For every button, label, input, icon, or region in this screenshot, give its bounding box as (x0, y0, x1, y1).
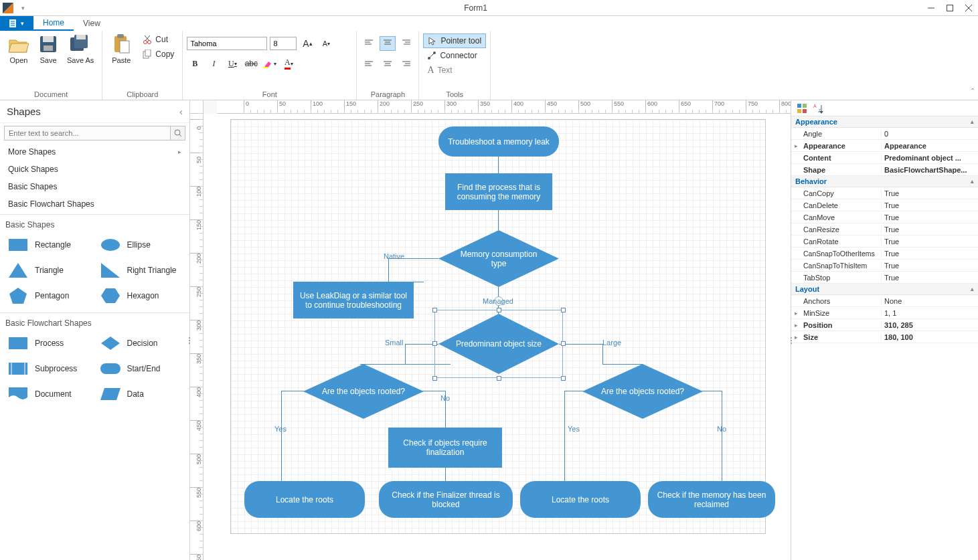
category-behavior[interactable]: Behavior▴ (791, 176, 978, 187)
prop-canmove-value[interactable]: True (881, 213, 978, 221)
pointer-tool-button[interactable]: Pointer tool (423, 33, 486, 48)
expand-icon[interactable]: ▸ (791, 322, 801, 329)
prop-size-value[interactable]: 180, 100 (881, 333, 978, 341)
maximize-button[interactable] (941, 0, 959, 16)
node-decision-rooted-left[interactable]: Are the objects rooted? (303, 364, 424, 419)
category-basic-shapes[interactable]: Basic Shapes (0, 178, 189, 195)
align-center-icon[interactable] (380, 56, 396, 71)
connector-tool-button[interactable]: Connector (423, 48, 486, 63)
align-left-icon[interactable] (361, 56, 377, 71)
svg-point-47 (175, 130, 180, 135)
cut-button[interactable]: Cut (139, 32, 178, 47)
expand-icon[interactable]: ▸ (791, 310, 801, 316)
shrink-font-icon[interactable]: A▾ (318, 36, 334, 51)
align-top-center-icon[interactable] (380, 36, 396, 51)
text-tool-button[interactable]: A Text (423, 63, 486, 78)
file-menu-button[interactable]: ▾ (0, 16, 33, 31)
prop-position-value[interactable]: 310, 285 (881, 321, 978, 329)
bold-icon[interactable]: B (187, 56, 203, 71)
group-label-paragraph: Paragraph (361, 89, 414, 100)
prop-angle-value[interactable]: 0 (881, 130, 978, 138)
prop-candelete-value[interactable]: True (881, 201, 978, 209)
category-quick-shapes[interactable]: Quick Shapes (0, 161, 189, 178)
qat-dropdown-icon[interactable]: ▾ (16, 5, 29, 11)
diagram-canvas[interactable]: Troubleshoot a memory leak Find the proc… (203, 114, 791, 560)
shape-right-triangle[interactable]: Right Triangle (96, 259, 186, 282)
shape-subprocess[interactable]: Subprocess (4, 357, 94, 380)
collapse-shapes-icon[interactable]: ‹ (179, 106, 183, 117)
node-terminator-finalizer[interactable]: Check if the Finalizer thread is blocked (379, 481, 513, 518)
italic-icon[interactable]: I (206, 56, 222, 71)
grow-font-icon[interactable]: A▴ (299, 36, 315, 51)
open-button[interactable]: Open (4, 32, 33, 66)
underline-icon[interactable]: U ▾ (224, 56, 240, 71)
label-small: Small (385, 339, 404, 347)
vertical-ruler: 050100150200250300350400450500550600650 (190, 114, 203, 560)
collapse-ribbon-icon[interactable]: ˆ (971, 88, 974, 97)
shape-document[interactable]: Document (4, 383, 94, 405)
shape-ellipse[interactable]: Ellipse (96, 234, 186, 256)
align-top-right-icon[interactable] (398, 36, 414, 51)
shape-pentagon[interactable]: Pentagon (4, 284, 94, 307)
prop-cansnapother-value[interactable]: True (881, 250, 978, 258)
expand-icon[interactable]: ▸ (791, 143, 801, 149)
node-decision-memtype[interactable]: Memory consumption type (438, 230, 559, 287)
search-icon (174, 129, 182, 137)
paste-button[interactable]: Paste (106, 32, 136, 66)
highlight-icon[interactable]: ▾ (262, 56, 278, 71)
category-flowchart-shapes[interactable]: Basic Flowchart Shapes (0, 195, 189, 213)
node-terminator-roots2[interactable]: Locate the roots (520, 481, 641, 518)
label-managed: Managed (483, 297, 513, 305)
shape-triangle[interactable]: Triangle (4, 259, 94, 282)
node-process-find[interactable]: Find the process that is consuming the m… (445, 173, 552, 210)
close-button[interactable] (959, 0, 978, 16)
tab-home[interactable]: Home (33, 16, 74, 31)
shape-startend[interactable]: Start/End (96, 357, 186, 380)
svg-line-48 (179, 134, 181, 136)
save-as-button[interactable]: Save As (63, 32, 98, 66)
prop-canrotate-value[interactable]: True (881, 238, 978, 246)
prop-tabstop-value[interactable]: True (881, 274, 978, 282)
node-decision-rooted-right[interactable]: Are the objects rooted? (582, 364, 703, 419)
shape-hexagon[interactable]: Hexagon (96, 284, 186, 307)
font-size-select[interactable] (270, 37, 297, 50)
search-button[interactable] (171, 126, 185, 141)
prop-appearance-value[interactable]: Appearance (881, 142, 978, 150)
node-terminator-roots1[interactable]: Locate the roots (244, 481, 365, 518)
minimize-button[interactable] (922, 0, 941, 16)
strikethrough-icon[interactable]: abc (243, 56, 259, 71)
align-top-left-icon[interactable] (361, 36, 377, 51)
font-color-icon[interactable]: A ▾ (280, 56, 297, 71)
tab-view[interactable]: View (74, 16, 110, 31)
prop-anchors-value[interactable]: None (881, 297, 978, 305)
svg-point-20 (148, 41, 151, 44)
node-terminator-reclaimed[interactable]: Check if the memory has been reclaimed (648, 481, 775, 518)
category-more-shapes[interactable]: More Shapes▸ (0, 143, 189, 161)
node-process-leakdiag[interactable]: Use LeakDiag or a similar tool to contin… (293, 282, 414, 318)
prop-minsize-value[interactable]: 1, 1 (881, 309, 978, 317)
prop-canresize-value[interactable]: True (881, 225, 978, 234)
category-layout[interactable]: Layout▴ (791, 284, 978, 295)
chevron-right-icon: ▸ (178, 149, 181, 155)
prop-content-value[interactable]: Predominant object ... (881, 154, 978, 162)
alphabetical-view-icon[interactable]: AZ (811, 102, 825, 115)
shape-rectangle[interactable]: Rectangle (4, 234, 94, 256)
save-button[interactable]: Save (33, 32, 63, 66)
shapes-search-input[interactable] (4, 126, 171, 141)
panel-resize-grip-right[interactable] (789, 331, 793, 351)
category-appearance[interactable]: Appearance▴ (791, 116, 978, 128)
prop-shape-value[interactable]: BasicFlowchartShape... (881, 166, 978, 174)
categorized-view-icon[interactable] (795, 102, 809, 115)
node-terminator-start[interactable]: Troubleshoot a memory leak (438, 126, 559, 157)
prop-cancopy-value[interactable]: True (881, 189, 978, 197)
shape-data[interactable]: Data (96, 383, 186, 405)
node-process-finalization[interactable]: Check if objects require finalization (388, 428, 502, 468)
window-title: Form1 (29, 3, 922, 13)
copy-button[interactable]: Copy (139, 47, 178, 62)
prop-cansnapthis-value[interactable]: True (881, 262, 978, 270)
font-family-select[interactable] (187, 37, 267, 50)
shape-process[interactable]: Process (4, 332, 94, 355)
align-right-icon[interactable] (398, 56, 414, 71)
diagram-page[interactable]: Troubleshoot a memory leak Find the proc… (230, 119, 766, 534)
shape-decision[interactable]: Decision (96, 332, 186, 355)
